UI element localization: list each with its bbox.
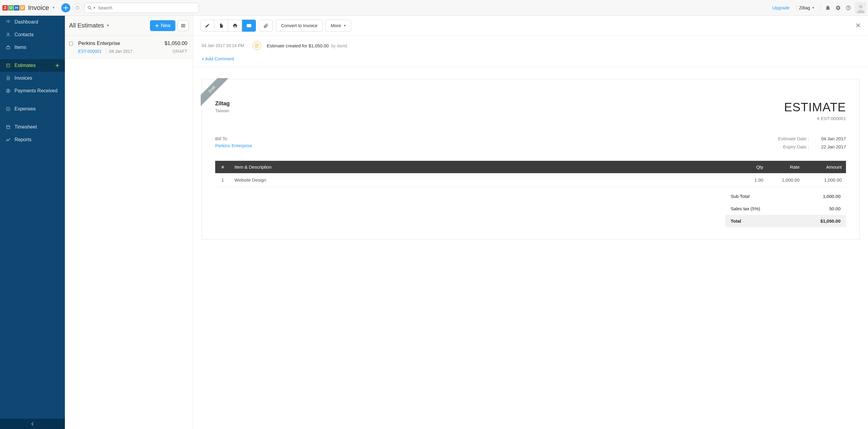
user-avatar[interactable] xyxy=(855,3,866,13)
sidebar-item-reports[interactable]: Reports xyxy=(0,133,65,146)
list-title-label: All Estimates xyxy=(69,22,104,29)
total-value: $1,050.00 xyxy=(820,219,840,224)
svg-rect-7 xyxy=(7,64,10,67)
sidebar-item-estimates[interactable]: Estimates xyxy=(0,59,65,72)
paperclip-icon xyxy=(264,23,268,28)
svg-rect-10 xyxy=(7,126,10,129)
sidebar-label: Items xyxy=(14,45,26,50)
svg-point-13 xyxy=(8,140,9,141)
list-menu-button[interactable] xyxy=(178,20,189,31)
sidebar-label: Contacts xyxy=(14,32,33,37)
sidebar-item-invoices[interactable]: Invoices xyxy=(0,72,65,85)
pdf-button[interactable] xyxy=(214,20,228,32)
detail-toolbar: Convert to Invoice More ▼ ✕ xyxy=(193,16,868,36)
col-qty: Qty xyxy=(740,161,768,173)
reports-icon xyxy=(5,137,11,142)
attachment-button[interactable] xyxy=(259,20,273,32)
sidebar-item-dashboard[interactable]: Dashboard xyxy=(0,16,65,28)
sidebar-item-timesheet[interactable]: Timesheet xyxy=(0,121,65,133)
estimate-list-row[interactable]: Perkins Enterprise $1,050.00 EST-000001 … xyxy=(65,36,193,59)
dashboard-icon xyxy=(5,20,11,25)
svg-point-14 xyxy=(10,138,10,139)
tax-label: Sales tax (5%) xyxy=(731,206,760,211)
estimate-document: Draft Ziltag Taiwan ESTIMATE # EST-00000… xyxy=(202,79,860,239)
contacts-icon xyxy=(5,32,11,37)
printer-icon xyxy=(233,23,238,28)
notifications-button[interactable] xyxy=(823,5,833,10)
chevron-down-icon: ▼ xyxy=(343,24,346,27)
line-item-row: 1 Website Design 1.00 1,000.00 1,000.00 xyxy=(215,173,846,187)
add-comment-link[interactable]: + Add Comment xyxy=(202,56,234,61)
plus-icon xyxy=(155,24,159,28)
upgrade-link[interactable]: Upgrade xyxy=(772,5,790,10)
row-status: DRAFT xyxy=(173,49,187,54)
email-button[interactable] xyxy=(242,20,256,32)
company-location: Taiwan xyxy=(215,108,230,113)
activity-text: Estimate created for $1,050.00 by david xyxy=(267,43,347,48)
list-filter-dropdown[interactable]: All Estimates ▼ xyxy=(69,22,110,29)
svg-point-11 xyxy=(6,140,7,141)
close-button[interactable]: ✕ xyxy=(855,22,861,30)
svg-point-12 xyxy=(7,139,8,140)
sidebar-item-contacts[interactable]: Contacts xyxy=(0,28,65,41)
list-header: All Estimates ▼ New xyxy=(65,16,193,36)
expiry-date-value: 22 Jan 2017 xyxy=(821,144,846,149)
sidebar-collapse-button[interactable] xyxy=(0,419,65,429)
product-switcher[interactable]: ZOHO Invoice ▼ xyxy=(2,4,55,12)
settings-button[interactable] xyxy=(833,5,843,10)
estimate-detail-panel: Convert to Invoice More ▼ ✕ 04 Jan 2017 … xyxy=(193,16,868,429)
document-title: ESTIMATE xyxy=(784,100,846,114)
row-date: 04 Jan 2017 xyxy=(106,49,132,54)
col-num: # xyxy=(215,161,230,173)
search-icon xyxy=(88,6,92,10)
sidebar-item-items[interactable]: Items xyxy=(0,41,65,54)
new-estimate-button[interactable]: New xyxy=(150,20,175,31)
row-customer: Perkins Enterprise xyxy=(78,40,120,46)
pencil-icon xyxy=(205,23,210,28)
zoho-logo: ZOHO xyxy=(2,5,25,10)
line-items-table: # Item & Description Qty Rate Amount 1 W… xyxy=(215,161,846,187)
sidebar-label: Dashboard xyxy=(14,19,38,25)
activity-strip: 04 Jan 2017 10:14 PM Estimate created fo… xyxy=(193,36,868,67)
edit-button[interactable] xyxy=(200,20,214,32)
estimates-icon xyxy=(5,63,11,68)
payments-icon xyxy=(5,89,11,93)
org-name: Ziltag xyxy=(799,5,810,10)
expiry-date-label: Expiry Date : xyxy=(773,144,809,149)
mail-icon xyxy=(246,23,252,28)
recent-activity-button[interactable] xyxy=(73,3,82,12)
chevron-down-icon: ▼ xyxy=(106,24,110,27)
search-box[interactable]: ▼ xyxy=(84,3,199,13)
convert-button[interactable]: Convert to Invoice xyxy=(276,20,322,32)
pdf-icon xyxy=(219,23,224,28)
chevron-down-icon: ▼ xyxy=(812,6,814,9)
activity-timestamp: 04 Jan 2017 10:14 PM xyxy=(202,43,247,48)
sidebar-label: Payments Received xyxy=(14,88,57,94)
search-input[interactable] xyxy=(98,5,195,10)
print-button[interactable] xyxy=(228,20,242,32)
row-select-checkbox[interactable] xyxy=(69,42,73,45)
subtotal-label: Sub Total xyxy=(731,194,749,199)
chevron-down-icon: ▼ xyxy=(93,6,96,9)
sidebar-label: Estimates xyxy=(14,63,36,68)
sidebar-label: Invoices xyxy=(14,75,32,81)
totals-section: Sub Total 1,000.00 Sales tax (5%) 50.00 … xyxy=(725,190,846,227)
plus-icon[interactable] xyxy=(55,63,59,68)
row-estimate-number: EST-000001 xyxy=(78,49,102,54)
sidebar-label: Expenses xyxy=(14,106,36,111)
org-switcher[interactable]: Ziltag ▼ xyxy=(799,5,814,10)
bill-to-customer-link[interactable]: Perkins Enterprise xyxy=(215,143,252,148)
quick-create-button[interactable] xyxy=(61,3,70,12)
help-button[interactable] xyxy=(843,5,854,10)
row-amount: $1,050.00 xyxy=(164,40,187,46)
more-button[interactable]: More ▼ xyxy=(326,20,351,32)
sidebar-item-expenses[interactable]: Expenses xyxy=(0,103,65,115)
sidebar-item-payments[interactable]: Payments Received xyxy=(0,85,65,97)
topbar: ZOHO Invoice ▼ ▼ Upgrade Ziltag ▼ xyxy=(0,0,868,16)
sidebar: Dashboard Contacts Items Estimates Invoi… xyxy=(0,16,65,429)
estimates-list-panel: All Estimates ▼ New Perkins Enterprise $… xyxy=(65,16,193,429)
new-button-label: New xyxy=(161,23,170,28)
invoices-icon xyxy=(5,76,11,80)
sidebar-label: Timesheet xyxy=(14,124,37,130)
total-label: Total xyxy=(731,219,741,224)
